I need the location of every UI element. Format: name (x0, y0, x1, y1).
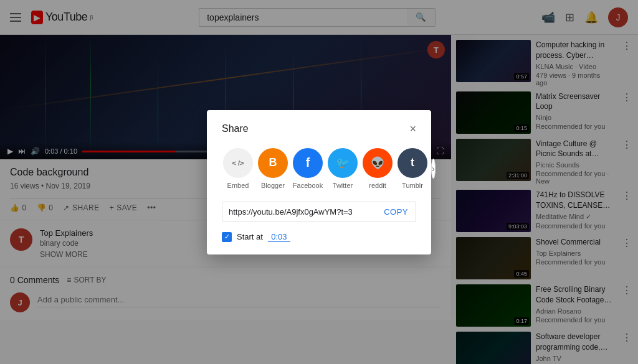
share-blogger-button[interactable]: B Blogger (257, 148, 289, 189)
embed-label: Embed (227, 182, 249, 189)
facebook-circle: f (293, 148, 323, 178)
modal-header: Share × (222, 123, 416, 136)
copy-button[interactable]: COPY (376, 202, 416, 222)
embed-circle: < /> (223, 148, 253, 178)
modal-title: Share (222, 123, 249, 134)
close-button[interactable]: × (409, 123, 416, 136)
twitter-circle: 🐦 (328, 148, 358, 178)
embed-icon: < /> (232, 159, 244, 167)
reddit-circle: 👽 (363, 148, 393, 178)
url-row: COPY (222, 202, 416, 222)
reddit-icon: 👽 (371, 156, 384, 170)
checkmark-icon: ✓ (224, 233, 230, 241)
tumblr-circle: t (398, 148, 427, 178)
reddit-label: reddit (369, 182, 386, 189)
share-tumblr-button[interactable]: t Tumblr (396, 148, 429, 189)
twitter-icon: 🐦 (336, 156, 350, 170)
share-next-button[interactable]: › (431, 159, 436, 179)
share-twitter-button[interactable]: 🐦 Twitter (326, 148, 359, 189)
share-icons-row: < /> Embed B Blogger f Facebook (222, 148, 416, 189)
share-embed-button[interactable]: < /> Embed (222, 148, 254, 189)
share-facebook-button[interactable]: f Facebook (292, 148, 324, 189)
facebook-icon: f (306, 156, 310, 170)
blogger-icon: B (269, 156, 277, 169)
start-at-checkbox[interactable]: ✓ (222, 232, 232, 242)
start-at-input[interactable] (268, 232, 290, 242)
blogger-label: Blogger (261, 182, 285, 189)
tumblr-label: Tumblr (402, 182, 423, 189)
start-at-label: Start at (237, 232, 263, 241)
share-modal: Share × < /> Embed B Blogger f (207, 110, 431, 254)
share-url-input[interactable] (222, 202, 376, 222)
blogger-circle: B (258, 148, 288, 178)
chevron-right-icon: › (432, 164, 435, 174)
start-at-row: ✓ Start at (222, 232, 416, 242)
modal-overlay[interactable]: Share × < /> Embed B Blogger f (0, 0, 638, 364)
tumblr-icon: t (411, 156, 414, 169)
share-reddit-button[interactable]: 👽 reddit (361, 148, 394, 189)
twitter-label: Twitter (333, 182, 353, 189)
facebook-label: Facebook (293, 182, 323, 189)
